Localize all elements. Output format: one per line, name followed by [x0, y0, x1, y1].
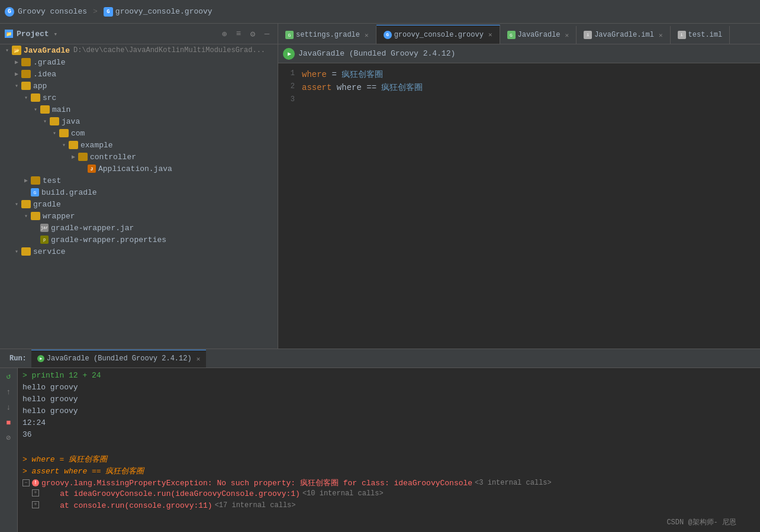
tab-javagradleiml[interactable]: i JavaGradle.iml ✕ [577, 26, 670, 44]
stack1-expand-icon[interactable]: + [32, 489, 39, 496]
tab-close-groovy[interactable]: ✕ [488, 31, 492, 38]
console-line-blank [18, 441, 760, 453]
tree-item-com[interactable]: ▾ com [0, 127, 278, 139]
run-label-bottom: Run: [5, 354, 31, 363]
run-panel-stop[interactable]: ■ [3, 417, 15, 428]
bottom-run-area: ↺ ↑ ↓ ■ ⊘ > println 12 + 24 hello groovy… [0, 368, 760, 532]
console-line-where-assign: > where = 疯狂创客圈 [18, 453, 760, 465]
run-button[interactable] [283, 48, 295, 60]
console-line-stack2: + at console.run(console.groovy:11) <17 … [18, 501, 760, 512]
tree-item-wrapper[interactable]: ▾ wrapper [0, 210, 278, 222]
tree-label-idea-hidden: .idea [33, 70, 56, 79]
tree-item-gradlewrapperprops[interactable]: ▶ p gradle-wrapper.properties [0, 234, 278, 246]
folder-icon-gradle-hidden [21, 58, 31, 66]
folder-icon-idea-hidden [21, 70, 31, 78]
console-line-stack1: + at ideaGroovyConsole.run(ideaGroovyCon… [18, 489, 760, 501]
run-panel-filter[interactable]: ⊘ [3, 432, 15, 444]
tree-arrow-app: ▾ [12, 81, 21, 91]
run-panel-rerun[interactable]: ↺ [3, 370, 15, 382]
tree-arrow-controller: ▶ [69, 152, 78, 162]
console-line-error: − ! groovy.lang.MissingPropertyException… [18, 477, 760, 489]
folder-icon-com [59, 129, 69, 137]
tree-label-example: example [80, 141, 113, 150]
tab-label-javagradleiml: JavaGradle.iml [594, 31, 654, 39]
console-text-hellogroovy3: hello groovy [22, 407, 78, 415]
run-toolbar: JavaGradle (Bundled Groovy 2.4.12) [278, 44, 760, 63]
sidebar-action-gear[interactable]: ⚙ [247, 28, 259, 40]
line-content-2: assert where == 疯狂创客圈 [302, 81, 423, 93]
console-stack1-text: at ideaGroovyConsole.run(ideaGroovyConso… [41, 489, 300, 498]
tree-arrow-java: ▾ [40, 117, 50, 126]
bottom-tab-label: JavaGradle (Bundled Groovy 2.4.12) [47, 354, 192, 363]
code-line-2: 2 assert where == 疯狂创客圈 [278, 81, 760, 94]
code-line-1: 1 where = 疯狂创客圈 [278, 68, 760, 81]
tree-path-javagradleroot: D:\dev\cache\JavaAndKotlinMultiModulesGr… [73, 46, 265, 54]
editor-area: G settings.gradle ✕ G groovy_console.gro… [278, 24, 760, 349]
tree-item-java[interactable]: ▾ java [0, 115, 278, 127]
stack2-expand-icon[interactable]: + [32, 501, 39, 508]
console-line-hellogroovy1: hello groovy [18, 382, 760, 394]
code-token-chinese1: 疯狂创客圈 [342, 70, 383, 79]
tree-label-com: com [71, 129, 85, 138]
bottom-tab-close[interactable]: ✕ [197, 355, 201, 363]
tree-item-javagradleroot[interactable]: ▾ 📂 JavaGradle D:\dev\cache\JavaAndKotli… [0, 44, 278, 56]
tree-label-gradlewrapperjar: gradle-wrapper.jar [51, 224, 134, 233]
tree-item-applicationjava[interactable]: ▶ J Application.java [0, 163, 278, 175]
jar-file-icon: jar [40, 224, 49, 232]
tab-close-javagradleiml[interactable]: ✕ [659, 31, 663, 39]
code-editor[interactable]: 1 where = 疯狂创客圈 2 assert where == 疯狂创客圈 … [278, 63, 760, 349]
line-num-3: 3 [278, 94, 302, 104]
sidebar-action-cog[interactable]: ⊕ [218, 28, 230, 40]
run-panel-down[interactable]: ↓ [3, 401, 15, 413]
tree-item-main[interactable]: ▾ main [0, 104, 278, 115]
run-label: JavaGradle (Bundled Groovy 2.4.12) [298, 49, 455, 58]
tree-item-buildgradle[interactable]: ▶ G build.gradle [0, 186, 278, 198]
folder-icon-gradle [21, 200, 31, 208]
tab-testiml[interactable]: i test.iml [671, 26, 730, 44]
tree-item-idea-hidden[interactable]: ▶ .idea [0, 68, 278, 80]
tab-icon-javagradle: G [507, 31, 516, 39]
tree-arrow-javagradleroot: ▾ [2, 46, 12, 55]
console-error-internal-calls: <3 internal calls> [475, 479, 552, 487]
tree-item-test[interactable]: ▶ test [0, 175, 278, 186]
code-token-where2: where == [337, 83, 382, 92]
error-expand-icon[interactable]: − [22, 479, 30, 486]
tree-item-service[interactable]: ▾ service [0, 246, 278, 257]
tree-arrow-example: ▾ [59, 140, 69, 150]
tab-settings-gradle[interactable]: G settings.gradle ✕ [278, 26, 376, 44]
tab-close-settings[interactable]: ✕ [365, 31, 369, 39]
tab-icon-groovy: G [384, 31, 392, 39]
tree-label-main: main [52, 105, 70, 114]
tree-item-app[interactable]: ▾ app [0, 80, 278, 92]
tree-item-controller[interactable]: ▶ controller [0, 151, 278, 163]
tree-arrow-service: ▾ [12, 247, 21, 256]
console-text-hellogroovy1: hello groovy [22, 383, 78, 392]
java-file-icon: J [88, 165, 96, 173]
tree-item-example[interactable]: ▾ example [0, 139, 278, 151]
tree-item-src[interactable]: ▾ src [0, 92, 278, 104]
tab-icon-javagradleiml: i [584, 31, 592, 39]
sidebar-action-settings[interactable]: ≡ [233, 28, 244, 40]
console-text-where-assign: > where = 疯狂创客圈 [22, 454, 107, 465]
line-content-1: where = 疯狂创客圈 [302, 68, 383, 80]
run-panel-up[interactable]: ↑ [3, 386, 15, 398]
tree-arrow-src: ▾ [21, 93, 31, 102]
tree-label-service: service [33, 247, 66, 256]
sidebar: 📁 Project ▾ ⊕ ≡ ⚙ — ▾ 📂 JavaGradle D:\de… [0, 24, 278, 349]
run-panel-icons: ↺ ↑ ↓ ■ ⊘ [0, 368, 18, 532]
breadcrumb-separator: > [93, 7, 98, 16]
sidebar-header: 📁 Project ▾ ⊕ ≡ ⚙ — [0, 24, 278, 44]
sidebar-action-minimize[interactable]: — [261, 28, 273, 40]
tab-groovy-console[interactable]: G groovy_console.groovy ✕ [376, 25, 500, 44]
tree-label-app: app [33, 82, 47, 91]
tree-label-buildgradle: build.gradle [41, 188, 97, 197]
tab-close-javagradle[interactable]: ✕ [565, 31, 569, 39]
bottom-tab-run[interactable]: JavaGradle (Bundled Groovy 2.4.12) ✕ [31, 350, 206, 367]
breadcrumb-filename: groovy_console.groovy [115, 7, 212, 16]
console-line-hellogroovy2: hello groovy [18, 394, 760, 406]
tree-item-gradlewrapperjar[interactable]: ▶ jar gradle-wrapper.jar [0, 222, 278, 234]
tree-item-gradle[interactable]: ▾ gradle [0, 198, 278, 210]
tree-item-gradle-hidden[interactable]: ▶ .gradle [0, 56, 278, 68]
code-line-3: 3 [278, 94, 760, 107]
tab-javagradle[interactable]: G JavaGradle ✕ [500, 26, 577, 44]
